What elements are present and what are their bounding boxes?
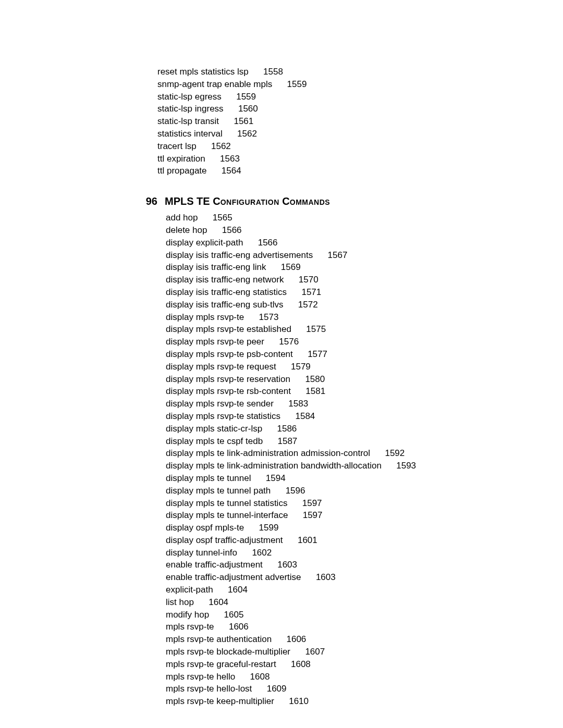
toc-entry-page: 1581: [305, 386, 325, 396]
toc-entry-gap: [274, 399, 288, 409]
toc-entry: display mpls rsvp-te psb-content 1577: [157, 348, 521, 361]
toc-entry-label: add hop: [166, 213, 198, 223]
toc-entry: mpls rsvp-te hello-lost 1609: [157, 683, 521, 695]
toc-entry-page: 1592: [385, 448, 405, 458]
chapter-title-part: onfiguration: [221, 195, 279, 207]
toc-entry: mpls rsvp-te hello 1608: [157, 671, 521, 683]
toc-entry-gap: [290, 647, 305, 657]
toc-entry: mpls rsvp-te authentication 1606: [157, 633, 521, 646]
toc-entry-label: tracert lsp: [157, 141, 197, 151]
toc-entry-label: display isis traffic-eng statistics: [166, 287, 287, 297]
toc-entry-gap: [262, 424, 277, 434]
toc-entry: enable traffic-adjustment advertise 1603: [157, 571, 521, 584]
toc-entry-gap: [224, 104, 238, 114]
toc-entry-page: 1610: [289, 696, 309, 706]
toc-entry: display isis traffic-eng statistics 1571: [157, 286, 521, 299]
toc-entry: ttl expiration 1563: [157, 153, 521, 165]
toc-entry-page: 1563: [220, 154, 240, 164]
toc-entry-page: 1567: [328, 250, 348, 260]
toc-entry-gap: [287, 498, 302, 508]
toc-entry-gap: [382, 461, 396, 471]
toc-entry-page: 1566: [258, 238, 278, 248]
toc-entry-label: display mpls rsvp-te psb-content: [166, 349, 293, 359]
toc-entry: reset mpls statistics lsp 1558: [157, 66, 521, 78]
toc-entry-page: 1576: [279, 337, 299, 347]
toc-entry: display ospf mpls-te 1599: [157, 522, 521, 534]
toc-entry-gap: [284, 275, 298, 285]
chapter-title-part: C: [279, 195, 290, 207]
toc-entry-page: 1562: [211, 141, 231, 151]
toc-entry-page: 1584: [295, 411, 315, 421]
toc-entry-page: 1602: [252, 548, 272, 558]
toc-entry-label: display mpls rsvp-te: [166, 312, 244, 322]
toc-entry-label: display mpls te link-administration band…: [166, 461, 382, 471]
chapter-heading-row: 96 MPLS TE Configuration Commands: [157, 194, 521, 208]
toc-entry-page: 1599: [259, 523, 279, 533]
chapter-entry-list: add hop 1565delete hop 1566display expli…: [157, 212, 521, 708]
toc-entry: mpls rsvp-te keep-multiplier 1610: [157, 695, 521, 708]
toc-entry-label: mpls rsvp-te hello: [166, 672, 235, 682]
toc-entry: list hop 1604: [157, 596, 521, 609]
toc-entry: display mpls rsvp-te rsb-content 1581: [157, 385, 521, 398]
toc-entry-gap: [263, 436, 277, 446]
toc-entry-page: 1587: [278, 436, 298, 446]
toc-entry-page: 1606: [229, 622, 249, 632]
toc-entry-gap: [209, 610, 224, 620]
toc-entry: snmp-agent trap enable mpls 1559: [157, 78, 521, 91]
toc-entry-page: 1608: [250, 672, 270, 682]
toc-entry: display isis traffic-eng sub-tlvs 1572: [157, 299, 521, 311]
toc-entry-page: 1559: [287, 79, 307, 89]
toc-entry: display mpls te tunnel 1594: [157, 472, 521, 485]
toc-entry: display isis traffic-eng link 1569: [157, 261, 521, 274]
toc-entry: display mpls te tunnel path 1596: [157, 485, 521, 497]
toc-entry: explicit-path 1604: [157, 584, 521, 596]
chapter-title-part: ommands: [290, 195, 330, 207]
toc-entry-page: 1593: [396, 461, 416, 471]
toc-entry-page: 1596: [286, 486, 305, 496]
toc-entry-label: mpls rsvp-te authentication: [166, 634, 272, 644]
toc-entry-label: statistics interval: [157, 129, 223, 139]
toc-entry-label: display mpls te tunnel statistics: [166, 498, 287, 508]
toc-entry-gap: [288, 510, 302, 520]
toc-entry-label: enable traffic-adjustment: [166, 560, 263, 570]
toc-entry-gap: [235, 672, 250, 682]
toc-entry-label: display ospf mpls-te: [166, 523, 244, 533]
toc-entry-gap: [276, 659, 291, 669]
toc-entry-gap: [291, 324, 306, 334]
toc-entry-gap: [280, 411, 295, 421]
toc-entry: display mpls rsvp-te reservation 1580: [157, 373, 521, 386]
toc-entry: display mpls te link-administration admi…: [157, 447, 521, 460]
toc-entry-gap: [244, 312, 259, 322]
toc-entry: add hop 1565: [157, 212, 521, 224]
toc-entry-gap: [313, 250, 327, 260]
toc-entry-page: 1558: [263, 67, 283, 77]
toc-entry-label: display mpls te tunnel: [166, 473, 251, 483]
toc-entry-gap: [271, 486, 285, 496]
toc-entry: display ospf traffic-adjustment 1601: [157, 534, 521, 547]
toc-entry-page: 1570: [299, 275, 319, 285]
toc-entry-label: ttl expiration: [157, 154, 205, 164]
toc-entry-label: display mpls rsvp-te reservation: [166, 374, 290, 384]
toc-entry-page: 1572: [298, 300, 318, 310]
toc-entry-gap: [263, 560, 277, 570]
toc-entry-label: enable traffic-adjustment advertise: [166, 572, 301, 582]
toc-entry: display mpls rsvp-te request 1579: [157, 361, 521, 373]
toc-entry-gap: [249, 67, 263, 77]
toc-entry: display mpls rsvp-te peer 1576: [157, 336, 521, 348]
toc-entry-label: display isis traffic-eng sub-tlvs: [166, 300, 284, 310]
toc-entry: mpls rsvp-te 1606: [157, 621, 521, 633]
toc-entry-page: 1586: [277, 424, 297, 434]
toc-entry-label: mpls rsvp-te keep-multiplier: [166, 696, 274, 706]
toc-entry: display mpls te cspf tedb 1587: [157, 435, 521, 448]
toc-entry-label: display mpls rsvp-te established: [166, 324, 291, 334]
toc-entry-label: delete hop: [166, 225, 207, 235]
toc-entry-label: list hop: [166, 597, 194, 607]
toc-entry: display isis traffic-eng advertisements …: [157, 249, 521, 262]
toc-entry-page: 1608: [291, 659, 311, 669]
toc-entry-page: 1566: [222, 225, 242, 235]
toc-entry-gap: [370, 448, 385, 458]
toc-entry-label: reset mpls statistics lsp: [157, 67, 249, 77]
toc-entry-label: display ospf traffic-adjustment: [166, 535, 283, 545]
toc-entry-gap: [223, 129, 237, 139]
toc-entry-page: 1606: [287, 634, 307, 644]
